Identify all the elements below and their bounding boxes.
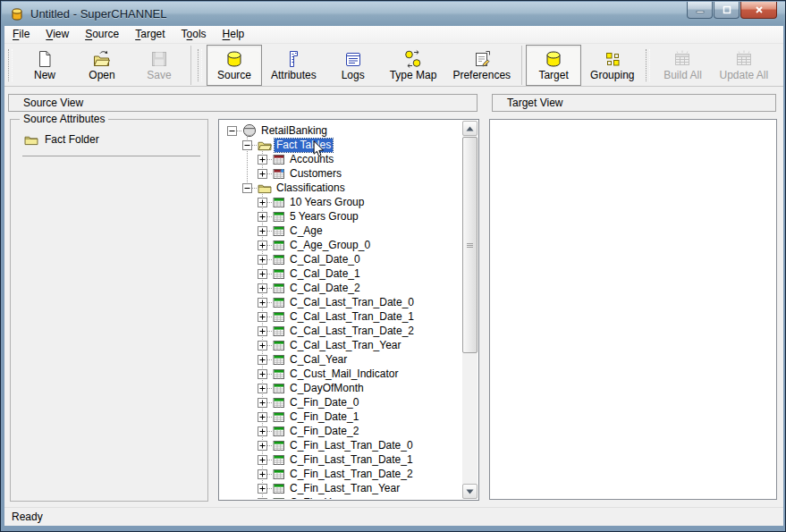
grouping-button[interactable]: Grouping	[583, 45, 641, 86]
expander-plus-icon[interactable]	[258, 484, 267, 494]
expander-plus-icon[interactable]	[258, 469, 267, 479]
tree-label[interactable]: C_Fin_Year	[288, 496, 348, 500]
tree-label[interactable]: C_Cal_Last_Tran_Date_1	[288, 310, 416, 324]
expander-plus-icon[interactable]	[258, 269, 267, 279]
tree-label[interactable]: C_Fin_Date_0	[288, 396, 360, 410]
expander-plus-icon[interactable]	[258, 426, 267, 436]
expander-plus-icon[interactable]	[258, 255, 267, 265]
tree-row-c-cal-last-tran-date-2[interactable]: C_Cal_Last_Tran_Date_2	[220, 324, 462, 338]
expander-plus-icon[interactable]	[258, 312, 267, 322]
tree-label[interactable]: C_Cal_Date_2	[288, 282, 362, 295]
tree-label[interactable]: RetailBanking	[259, 124, 329, 138]
build-all-button[interactable]: Build All	[655, 45, 710, 86]
expander-plus-icon[interactable]	[258, 326, 267, 336]
menu-tools[interactable]: Tools	[173, 26, 215, 44]
tree-row-c-age[interactable]: C_Age	[220, 224, 462, 238]
tree-row-c-fin-date-1[interactable]: C_Fin_Date_1	[220, 410, 462, 424]
tree-label[interactable]: C_Age_Group_0	[288, 239, 372, 252]
tree-row-c-cal-date-1[interactable]: C_Cal_Date_1	[220, 266, 462, 281]
menu-source[interactable]: Source	[77, 26, 127, 44]
tree-label[interactable]: C_Cal_Year	[288, 353, 349, 367]
tree-label[interactable]: C_Cal_Last_Tran_Year	[288, 339, 403, 352]
tree-label[interactable]: C_Cal_Last_Tran_Date_0	[288, 296, 416, 309]
expander-minus-icon[interactable]	[242, 140, 252, 150]
tree-row-c-fin-date-0[interactable]: C_Fin_Date_0	[220, 395, 462, 410]
tree-label[interactable]: C_DayOfMonth	[288, 382, 366, 395]
expander-plus-icon[interactable]	[258, 241, 267, 250]
expander-plus-icon[interactable]	[258, 412, 267, 422]
attributes-button[interactable]: Attributes	[264, 45, 324, 86]
expander-plus-icon[interactable]	[258, 455, 267, 465]
tree-row-c-cal-last-tran-year[interactable]: C_Cal_Last_Tran_Year	[220, 338, 462, 352]
tree-row-classifications[interactable]: Classifications	[220, 181, 462, 195]
tree-row-c-cal-last-tran-date-1[interactable]: C_Cal_Last_Tran_Date_1	[220, 309, 462, 324]
save-button[interactable]: Save	[131, 45, 187, 86]
resume-all-button[interactable]: Resume All	[777, 45, 783, 86]
expander-plus-icon[interactable]	[258, 398, 267, 408]
tree-label[interactable]: Fact Tables	[275, 139, 333, 152]
tree-label[interactable]: Accounts	[288, 153, 335, 166]
tree-row-c-fin-last-tran-date-2[interactable]: C_Fin_Last_Tran_Date_2	[220, 467, 462, 481]
new-button[interactable]: New	[17, 45, 72, 86]
tree-row-fact-tables[interactable]: Fact Tables	[220, 138, 462, 152]
tree-label[interactable]: C_Fin_Date_1	[288, 410, 360, 424]
expander-plus-icon[interactable]	[258, 441, 267, 451]
tree-label[interactable]: C_Cal_Last_Tran_Date_2	[288, 325, 416, 338]
tree-row-c-age-group-0[interactable]: C_Age_Group_0	[220, 238, 462, 252]
expander-minus-icon[interactable]	[227, 126, 237, 136]
tree-row-c-cal-year[interactable]: C_Cal_Year	[220, 352, 462, 367]
expander-plus-icon[interactable]	[258, 226, 267, 236]
tree-label[interactable]: C_Cust_Mail_Indicator	[288, 367, 400, 381]
tree-row-accounts[interactable]: Accounts	[220, 152, 462, 166]
preferences-button[interactable]: Preferences	[445, 45, 518, 86]
fact-folder-item[interactable]: Fact Folder	[24, 133, 207, 146]
tree-row-c-cal-date-2[interactable]: C_Cal_Date_2	[220, 281, 462, 295]
tree-label[interactable]: 10 Years Group	[288, 196, 366, 209]
tree-row-c-fin-last-tran-date-1[interactable]: C_Fin_Last_Tran_Date_1	[220, 452, 462, 467]
menu-file[interactable]: File	[4, 26, 38, 44]
logs-button[interactable]: Logs	[325, 45, 381, 86]
tree-row-c-cal-last-tran-date-0[interactable]: C_Cal_Last_Tran_Date_0	[220, 295, 462, 309]
maximize-button[interactable]	[714, 2, 740, 19]
tree-label[interactable]: C_Fin_Last_Tran_Date_2	[288, 468, 415, 481]
expander-plus-icon[interactable]	[258, 283, 267, 293]
expander-plus-icon[interactable]	[258, 355, 267, 365]
scrollbar-thumb[interactable]	[462, 137, 478, 353]
tree-row-c-fin-date-2[interactable]: C_Fin_Date_2	[220, 424, 462, 438]
tree-label[interactable]: Customers	[288, 167, 343, 181]
tree-label[interactable]: C_Fin_Last_Tran_Date_1	[288, 453, 415, 467]
tree-label[interactable]: C_Cal_Date_1	[288, 267, 362, 281]
type-map-button[interactable]: Type Map	[383, 45, 444, 86]
tree-row-c-fin-last-tran-year[interactable]: C_Fin_Last_Tran_Year	[220, 481, 462, 495]
update-all-button[interactable]: Update All	[712, 45, 775, 86]
tree-row-customers[interactable]: Customers	[220, 166, 462, 181]
expander-plus-icon[interactable]	[258, 198, 267, 207]
close-button[interactable]	[740, 2, 777, 19]
source-button[interactable]: Source	[207, 45, 262, 86]
expander-plus-icon[interactable]	[258, 169, 267, 179]
minimize-button[interactable]	[687, 2, 713, 19]
open-button[interactable]: Open	[74, 45, 130, 86]
tree-row-5-years-group[interactable]: 5 Years Group	[220, 209, 462, 224]
tree-label[interactable]: C_Age	[288, 224, 325, 238]
tree-label[interactable]: 5 Years Group	[288, 210, 360, 224]
tree-label[interactable]: C_Fin_Last_Tran_Year	[288, 482, 401, 495]
expander-plus-icon[interactable]	[258, 369, 267, 379]
tree-label[interactable]: C_Fin_Last_Tran_Date_0	[288, 439, 415, 452]
expander-plus-icon[interactable]	[258, 212, 267, 222]
expander-minus-icon[interactable]	[242, 183, 252, 193]
target-button[interactable]: Target	[526, 45, 581, 86]
menu-target[interactable]: Target	[127, 26, 173, 44]
menu-view[interactable]: View	[38, 26, 77, 44]
tree-row-c-fin-last-tran-date-0[interactable]: C_Fin_Last_Tran_Date_0	[220, 438, 462, 452]
tree-label[interactable]: C_Cal_Date_0	[288, 253, 362, 266]
scroll-up-button[interactable]	[462, 121, 478, 136]
tree-row-c-fin-year[interactable]: C_Fin_Year	[220, 495, 462, 499]
tree-row-c-cal-date-0[interactable]: C_Cal_Date_0	[220, 252, 462, 266]
tree-label[interactable]: Classifications	[275, 182, 347, 195]
tree-row-10-years-group[interactable]: 10 Years Group	[220, 195, 462, 209]
tree-label[interactable]: C_Fin_Date_2	[288, 425, 360, 438]
tree-row-c-dayofmonth[interactable]: C_DayOfMonth	[220, 381, 462, 395]
expander-plus-icon[interactable]	[258, 341, 267, 350]
expander-plus-icon[interactable]	[258, 384, 267, 393]
